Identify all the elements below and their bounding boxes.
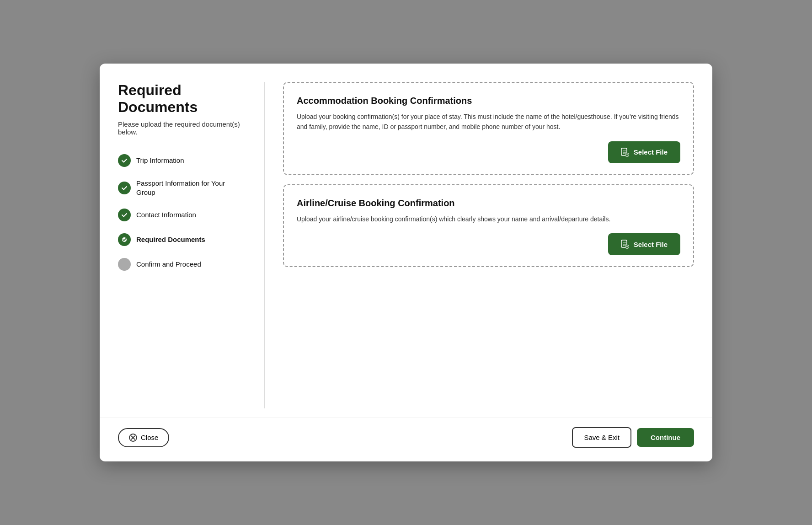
continue-button[interactable]: Continue — [637, 428, 694, 447]
footer-actions: Save & Exit Continue — [572, 427, 694, 448]
step-list: Trip InformationPassport Information for… — [118, 150, 246, 275]
doc-title-airline: Airline/Cruise Booking Confirmation — [297, 198, 680, 209]
step-item-trip-information[interactable]: Trip Information — [118, 150, 246, 171]
doc-card-accommodation: Accommodation Booking Confirmations Uplo… — [283, 82, 694, 175]
doc-card-airline: Airline/Cruise Booking Confirmation Uplo… — [283, 184, 694, 267]
step-item-confirm-and-proceed[interactable]: Confirm and Proceed — [118, 253, 246, 275]
step-item-contact-information[interactable]: Contact Information — [118, 204, 246, 226]
step-item-required-documents[interactable]: Required Documents — [118, 229, 246, 251]
doc-title-accommodation: Accommodation Booking Confirmations — [297, 96, 680, 106]
select-file-button-airline[interactable]: Select File — [608, 233, 680, 255]
step-label-contact-information: Contact Information — [136, 210, 196, 220]
modal-footer: Close Save & Exit Continue — [100, 418, 712, 461]
required-documents-modal: Required Documents Please upload the req… — [100, 64, 712, 461]
step-icon-passport-information — [118, 182, 131, 194]
step-icon-required-documents — [118, 233, 131, 246]
close-button[interactable]: Close — [118, 428, 169, 447]
step-label-required-documents: Required Documents — [136, 235, 205, 244]
step-label-passport-information: Passport Information for Your Group — [136, 179, 246, 197]
step-icon-contact-information — [118, 209, 131, 221]
doc-desc-airline: Upload your airline/cruise booking confi… — [297, 214, 680, 224]
vertical-divider — [264, 82, 265, 408]
file-upload-icon — [621, 148, 629, 157]
select-file-label-airline: Select File — [634, 241, 668, 248]
steps-sidebar: Required Documents Please upload the req… — [118, 82, 246, 408]
doc-footer-airline: Select File — [297, 233, 680, 255]
doc-footer-accommodation: Select File — [297, 141, 680, 163]
step-icon-trip-information — [118, 154, 131, 167]
close-label: Close — [141, 434, 158, 441]
doc-desc-accommodation: Upload your booking confirmation(s) for … — [297, 112, 680, 132]
modal-subtitle: Please upload the required document(s) b… — [118, 120, 246, 136]
step-icon-confirm-and-proceed — [118, 258, 131, 271]
step-item-passport-information[interactable]: Passport Information for Your Group — [118, 174, 246, 201]
file-upload-icon — [621, 240, 629, 249]
step-label-trip-information: Trip Information — [136, 156, 184, 165]
close-circle-icon — [129, 434, 137, 442]
select-file-button-accommodation[interactable]: Select File — [608, 141, 680, 163]
main-content: Accommodation Booking Confirmations Uplo… — [283, 82, 694, 408]
select-file-label-accommodation: Select File — [634, 148, 668, 156]
save-exit-button[interactable]: Save & Exit — [572, 427, 631, 448]
modal-title: Required Documents — [118, 82, 246, 116]
step-label-confirm-and-proceed: Confirm and Proceed — [136, 260, 201, 269]
